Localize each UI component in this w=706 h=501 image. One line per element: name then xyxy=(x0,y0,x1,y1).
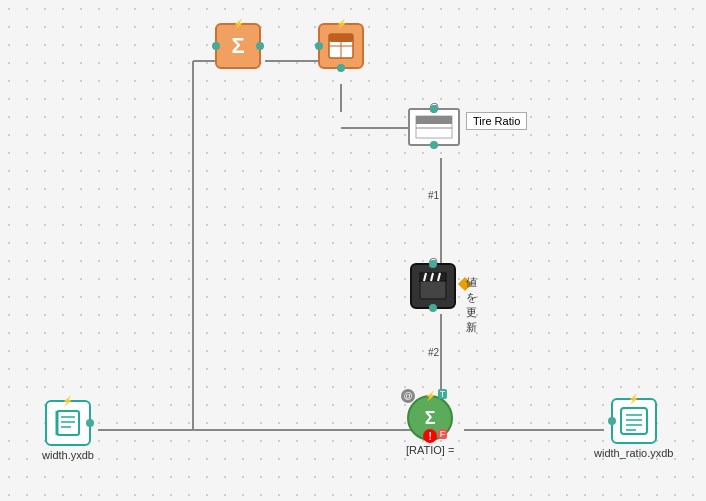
clapper-node[interactable]: @ 値を更新 xyxy=(410,263,456,309)
lightning-icon: ⚡ xyxy=(62,396,73,406)
output-node[interactable]: ⚡ width_ratio.yxdb xyxy=(594,398,674,459)
connector-top xyxy=(430,105,438,113)
connector-right xyxy=(256,42,264,50)
svg-rect-22 xyxy=(57,411,79,435)
lightning-icon: ⚡ xyxy=(425,391,436,401)
book-node-label: width.yxdb xyxy=(42,449,94,461)
step2-label: #2 xyxy=(428,342,439,360)
formula-node[interactable]: ⚡ Σ @ T F ! [RATIO] = xyxy=(406,395,454,456)
output-node-label: width_ratio.yxdb xyxy=(594,447,674,459)
svg-rect-17 xyxy=(420,279,446,299)
lightning-icon: ⚡ xyxy=(336,19,347,29)
lightning-icon: ⚡ xyxy=(233,19,244,29)
f-badge: F xyxy=(438,429,448,439)
connector-left xyxy=(315,42,323,50)
connector-bottom xyxy=(430,141,438,149)
output-svg xyxy=(619,406,649,436)
connector-bottom xyxy=(337,64,345,72)
filter-svg xyxy=(415,115,453,139)
filter-label: Tire Ratio xyxy=(466,112,527,130)
svg-rect-15 xyxy=(416,116,452,124)
sigma-node[interactable]: ⚡ Σ xyxy=(215,23,261,69)
clapper-label: 値を更新 xyxy=(466,275,477,335)
formula-node-label: [RATIO] = xyxy=(406,444,454,456)
svg-rect-11 xyxy=(329,34,353,42)
book-svg xyxy=(53,408,83,438)
connector-left xyxy=(608,417,616,425)
q-badge: @ xyxy=(401,389,415,403)
connector-top xyxy=(429,260,437,268)
table-node[interactable]: ⚡ xyxy=(318,23,364,69)
table-svg xyxy=(327,32,355,60)
step1-label: #1 xyxy=(428,185,439,203)
error-badge: ! xyxy=(423,429,437,443)
connector-right xyxy=(86,419,94,427)
book-node[interactable]: ⚡ width.yxdb xyxy=(42,400,94,461)
clapper-svg xyxy=(418,271,448,301)
t-badge: T xyxy=(438,389,448,399)
lightning-icon: ⚡ xyxy=(628,394,639,404)
filter-node[interactable]: @ Tire Ratio xyxy=(408,108,460,146)
connector-left xyxy=(212,42,220,50)
connector-bottom xyxy=(429,304,437,312)
